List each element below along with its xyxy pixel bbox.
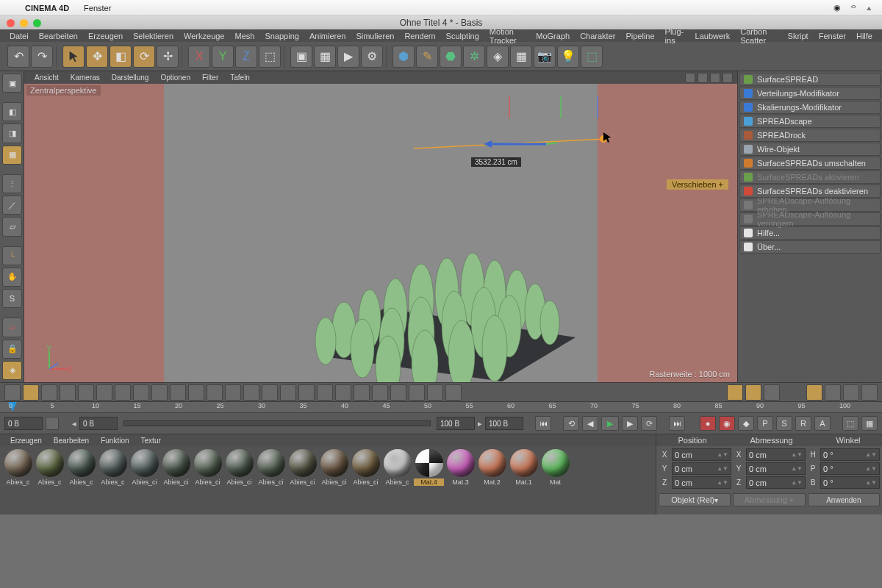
current-frame-input[interactable] xyxy=(4,417,43,430)
sec-tool[interactable] xyxy=(170,384,186,401)
sec-tool[interactable] xyxy=(409,384,425,401)
plugin-item[interactable]: SurfaceSPREAD xyxy=(739,73,881,86)
mac-menu-item[interactable]: Fenster xyxy=(84,4,111,12)
sec-tool[interactable] xyxy=(207,384,223,401)
vp-menu-item[interactable]: Filter xyxy=(196,74,224,82)
sec-tool[interactable] xyxy=(745,384,761,401)
texture-mode-button[interactable]: ◨ xyxy=(2,123,22,143)
light-button[interactable]: 💡 xyxy=(557,46,579,68)
plugin-item[interactable]: SurfaceSPREADs umschalten xyxy=(739,157,881,170)
plugin-item[interactable]: SPREADscape-Auflösung verringern xyxy=(739,212,881,226)
make-editable-button[interactable]: ▣ xyxy=(2,74,22,93)
coord-system-button[interactable]: ⬚ xyxy=(259,46,281,68)
menu-item[interactable]: Charakter xyxy=(575,32,620,40)
menu-item[interactable]: Carbon Scatter xyxy=(735,27,782,45)
plugin-item[interactable]: Skalierungs-Modifikator xyxy=(739,101,881,114)
apply-button[interactable]: Anwenden xyxy=(808,493,880,506)
material-item[interactable]: Abies_c xyxy=(98,449,128,512)
cc-icon[interactable]: ◉ xyxy=(833,3,841,12)
key-opt-button[interactable]: ▦ xyxy=(861,416,878,431)
select-tool[interactable] xyxy=(62,46,85,68)
sec-tool[interactable] xyxy=(133,384,149,401)
material-item[interactable]: Abies_ci xyxy=(129,449,159,512)
material-item[interactable]: Abies_c xyxy=(3,449,33,512)
coord-input[interactable]: 0 cm▲▼ xyxy=(672,476,731,489)
vp-rotate-icon[interactable] xyxy=(710,73,720,83)
sec-tool[interactable] xyxy=(243,384,259,401)
menu-item[interactable]: Fenster xyxy=(814,32,851,40)
vp-pan-icon[interactable] xyxy=(685,73,695,83)
plugin-item[interactable]: SPREADscape xyxy=(739,115,881,128)
vp-menu-item[interactable]: Tafeln xyxy=(224,74,256,82)
material-item[interactable]: Abies_ci xyxy=(224,449,254,512)
coord-input[interactable]: 0 cm▲▼ xyxy=(746,476,806,489)
minimize-window-button[interactable] xyxy=(20,19,28,27)
undo-button[interactable]: ↶ xyxy=(7,46,29,68)
menu-item[interactable]: Selektieren xyxy=(128,32,179,40)
menu-item[interactable]: Skript xyxy=(783,32,814,40)
lock-z-button[interactable]: Z xyxy=(235,46,257,68)
menu-item[interactable]: Mesh xyxy=(229,32,259,40)
misc-button[interactable]: ◈ xyxy=(2,361,22,380)
sec-tool[interactable] xyxy=(372,384,388,401)
menu-item[interactable]: Erzeugen xyxy=(83,32,128,40)
edges-mode-button[interactable]: ／ xyxy=(2,196,22,215)
timeline-ruler[interactable]: 0510152025303540455055606570758085909510… xyxy=(0,402,882,413)
tweak-button[interactable]: ✋ xyxy=(2,268,22,287)
menu-item[interactable]: Animieren xyxy=(304,32,351,40)
coord-input[interactable]: 0 cm▲▼ xyxy=(746,448,806,461)
menu-item[interactable]: Laubwerk xyxy=(690,32,736,40)
coord-ref-dropdown[interactable]: Objekt (Rel) ▾ xyxy=(659,493,731,506)
sec-tool[interactable] xyxy=(390,384,406,401)
total-frames-input[interactable] xyxy=(485,417,523,430)
deformer-button[interactable]: ◈ xyxy=(487,46,509,68)
primitive-button[interactable]: ⬢ xyxy=(392,46,415,68)
material-item[interactable]: Abies_ci xyxy=(287,449,318,512)
lock-x-button[interactable]: X xyxy=(188,46,210,68)
viewport-3d[interactable]: Zentralperspektive 3532.231 cm xyxy=(24,84,737,382)
menu-item[interactable]: MoGraph xyxy=(531,32,575,40)
step-back-button[interactable]: ⟲ xyxy=(563,416,579,431)
menu-item[interactable]: Werkzeuge xyxy=(179,32,229,40)
render-view-button[interactable]: ▣ xyxy=(290,46,312,68)
sec-tool[interactable] xyxy=(188,384,204,401)
menu-item[interactable]: Sculpting xyxy=(441,32,484,40)
dropbox-icon[interactable]: ⟁ xyxy=(867,3,872,12)
menu-item[interactable]: Bearbeiten xyxy=(34,32,83,40)
sec-tool[interactable] xyxy=(727,384,743,401)
model-mode-button[interactable]: ◧ xyxy=(2,102,22,121)
sec-tool[interactable] xyxy=(861,384,878,401)
menu-item[interactable]: Rendern xyxy=(399,32,440,40)
key-opt-button[interactable]: ⬚ xyxy=(842,416,858,431)
sec-tool[interactable] xyxy=(41,384,57,401)
points-mode-button[interactable]: ⋮ xyxy=(2,174,22,193)
plugin-item[interactable]: SurfaceSPREADs aktivieren xyxy=(739,171,881,184)
coord-input[interactable]: 0 cm▲▼ xyxy=(672,448,731,461)
goto-start-button[interactable]: ⏮ xyxy=(535,416,551,431)
menu-item[interactable]: Hilfe xyxy=(851,32,878,40)
material-item[interactable]: Abies_c xyxy=(35,449,65,512)
sec-tool[interactable] xyxy=(825,384,841,401)
scale-tool[interactable]: ◧ xyxy=(110,46,132,68)
coord-input[interactable]: 0 cm▲▼ xyxy=(746,462,806,475)
coord-input[interactable]: 0 °▲▼ xyxy=(820,448,880,461)
magnet-button[interactable]: ⊃ xyxy=(2,318,22,337)
snap-button[interactable]: S xyxy=(2,289,22,308)
mat-menu-item[interactable]: Erzeugen xyxy=(4,437,48,445)
lock-y-button[interactable]: Y xyxy=(212,46,234,68)
render-pv-button[interactable]: ▶ xyxy=(337,46,359,68)
sec-tool[interactable] xyxy=(298,384,315,401)
key-pos-button[interactable]: P xyxy=(757,416,773,431)
next-frame-button[interactable]: ▶ xyxy=(622,416,638,431)
sec-tool[interactable] xyxy=(317,384,333,401)
material-item[interactable]: Abies_c xyxy=(382,449,412,512)
menu-item[interactable]: Simulieren xyxy=(351,32,399,40)
key-sel-button[interactable]: ◆ xyxy=(738,416,754,431)
plugin-item[interactable]: Hilfe... xyxy=(739,226,881,240)
vp-zoom-icon[interactable] xyxy=(698,73,708,83)
plugin-item[interactable]: SPREADrock xyxy=(739,129,881,142)
mat-menu-item[interactable]: Funktion xyxy=(95,437,135,445)
goto-end-button[interactable]: ⏭ xyxy=(669,416,685,431)
material-item[interactable]: Abies_c xyxy=(66,449,96,512)
coord-input[interactable]: 0 °▲▼ xyxy=(820,476,880,489)
